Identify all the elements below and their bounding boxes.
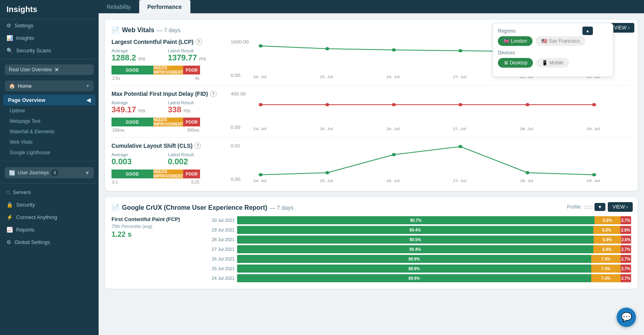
home-selector[interactable]: 🏠 Home ▼ [5, 81, 94, 91]
svg-point-5 [458, 49, 462, 52]
device-mobile[interactable]: 📱 Mobile [536, 58, 569, 68]
sidebar-sub-waterfall[interactable]: Waterfall & Elements [0, 126, 99, 137]
fid-help-icon[interactable]: ? [210, 91, 217, 97]
bar-row: 26 Jul 202189.9%7.4%2.7% [206, 255, 631, 263]
tab-reliability[interactable]: Reliability [99, 0, 139, 13]
sidebar: Insights ⚙ Settings 📊 Insights 🔍 Securit… [0, 0, 99, 335]
sidebar-item-security-scans[interactable]: 🔍 Security Scans [0, 44, 99, 57]
chat-button[interactable]: 💬 [617, 308, 636, 327]
svg-point-19 [458, 103, 462, 106]
cls-rating-bar: GOOD NEEDS IMPROVEMENT POOR [111, 170, 200, 178]
user-journeys-badge: 0 [51, 169, 58, 176]
region-london[interactable]: 🇬🇧 London [498, 36, 533, 46]
svg-text:28. Jul: 28. Jul [520, 179, 533, 183]
svg-point-34 [526, 171, 530, 174]
crux-title: 📄 Google CrUX (Chrome User Experience Re… [111, 204, 631, 211]
sidebar-item-global-settings[interactable]: ⚙ Global Settings [0, 236, 99, 248]
svg-text:400.00: 400.00 [231, 92, 246, 96]
svg-point-21 [592, 103, 596, 106]
tab-bar: Reliability Performance [99, 0, 644, 13]
svg-point-35 [592, 173, 596, 176]
sidebar-item-servers[interactable]: □ Servers [0, 186, 99, 199]
tab-performance[interactable]: Performance [139, 0, 190, 13]
sidebar-item-connect-anything[interactable]: ⚡ Connect Anything [0, 211, 99, 223]
settings-icon: ⚙ [6, 23, 11, 29]
cls-chart: 0.01 0.00 24. Jul 25. Jul 26. Jul 27. Ju… [231, 143, 631, 183]
sidebar-item-page-overview[interactable]: Page Overview ◀ [3, 95, 95, 105]
sidebar-sub-web-vitals[interactable]: Web Vitals [0, 137, 99, 147]
region-san-francisco[interactable]: 🇺🇸 San Francisco [536, 36, 585, 46]
insights-icon: 📊 [6, 35, 13, 41]
crux-dropdown-button[interactable]: ▼ [594, 203, 605, 211]
web-vitals-card: 📄 Web Vitals — 7 days ▲ Regions 🇬🇧 Londo… [105, 20, 638, 191]
svg-point-3 [325, 47, 329, 50]
svg-text:0.00: 0.00 [231, 73, 240, 78]
svg-text:28. Jul: 28. Jul [520, 127, 533, 131]
crux-document-icon: 📄 [111, 204, 120, 211]
fid-label: Max Potential First Input Delay (FID) [111, 91, 208, 97]
crux-fcp-info: First Contentful Paint (FCP) 75th Percen… [111, 216, 200, 282]
region-pills: 🇬🇧 London 🇺🇸 San Francisco [498, 36, 608, 46]
global-settings-icon: ⚙ [6, 239, 11, 245]
real-user-overview-badge[interactable]: Real User Overview ✕ [5, 64, 94, 75]
crux-profile-icons: □ □ [584, 204, 592, 210]
sidebar-item-insights[interactable]: 📊 Insights [0, 32, 99, 44]
metric-cls: Cumulative Layout Shift (CLS) ? Average … [111, 143, 631, 184]
crux-view-button[interactable]: VIEW › [608, 202, 633, 212]
crux-card: 📄 Google CrUX (Chrome User Experience Re… [105, 197, 638, 289]
svg-point-16 [259, 103, 263, 106]
document-icon: 📄 [111, 26, 120, 34]
svg-text:26. Jul: 26. Jul [386, 179, 400, 183]
fid-rating-bar: GOOD NEEDS IMPROVEMENT POOR [111, 118, 200, 126]
cls-good: GOOD [111, 170, 153, 178]
chat-icon: 💬 [621, 312, 632, 323]
fid-good: GOOD [111, 118, 153, 126]
servers-icon: □ [6, 189, 10, 195]
sidebar-title: Insights [0, 0, 99, 19]
dropdown-collapse-button[interactable]: ▲ [582, 27, 593, 35]
cls-poor: POOR [183, 170, 200, 178]
lcp-rating-bar: GOOD NEEDS IMPROVEMENT POOR [111, 66, 200, 74]
bar-row: 25 Jul 202189.9%7.4%2.7% [206, 265, 631, 273]
main-content: Reliability Performance 📄 Web Vitals — 7… [99, 0, 644, 335]
svg-text:0.00: 0.00 [231, 177, 240, 182]
svg-text:27. Jul: 27. Jul [453, 127, 466, 131]
device-desktop[interactable]: 🖥 Desktop [498, 58, 533, 68]
fid-chart: 400.00 0.00 24. Jul 25. Jul 26. Jul 27. … [231, 91, 631, 131]
bar-row: 28 Jul 202190.5%6.9%2.6% [206, 236, 631, 244]
svg-text:27. Jul: 27. Jul [453, 75, 466, 79]
svg-text:25. Jul: 25. Jul [320, 127, 333, 131]
fid-needs: NEEDS IMPROVEMENT [153, 118, 183, 126]
sidebar-sub-uptime[interactable]: Uptime [0, 105, 99, 116]
crux-content: First Contentful Paint (FCP) 75th Percen… [111, 216, 631, 282]
svg-point-17 [325, 103, 329, 106]
cls-help-icon[interactable]: ? [194, 143, 201, 149]
device-pills: 🖥 Desktop 📱 Mobile [498, 58, 608, 68]
svg-point-31 [325, 171, 329, 174]
lcp-help-icon[interactable]: ? [196, 39, 202, 45]
svg-text:0.00: 0.00 [231, 125, 240, 130]
fid-line-chart: 400.00 0.00 24. Jul 25. Jul 26. Jul 27. … [231, 91, 631, 131]
home-chevron-icon: ▼ [86, 84, 90, 88]
svg-text:24. Jul: 24. Jul [253, 127, 266, 131]
svg-text:24. Jul: 24. Jul [253, 179, 266, 183]
user-journeys-item[interactable]: 🔄 User Journeys 0 ▼ [5, 167, 94, 178]
content-area: 📄 Web Vitals — 7 days ▲ Regions 🇬🇧 Londo… [99, 13, 644, 335]
sidebar-sub-google-lighthouse[interactable]: Google Lighthouse [0, 147, 99, 158]
user-journeys-icon: 🔄 [9, 170, 15, 176]
svg-text:29. Jul: 29. Jul [586, 127, 600, 131]
cls-line-chart: 0.01 0.00 24. Jul 25. Jul 26. Jul 27. Ju… [231, 143, 631, 183]
svg-text:26. Jul: 26. Jul [386, 127, 400, 131]
security-scans-icon: 🔍 [6, 48, 13, 54]
lcp-needs: NEEDS IMPROVEMENT [153, 66, 183, 74]
sidebar-item-reports[interactable]: 📈 Reports [0, 223, 99, 236]
sidebar-item-security[interactable]: 🔒 Security [0, 199, 99, 211]
svg-text:29. Jul: 29. Jul [586, 179, 600, 183]
home-icon: 🏠 [9, 83, 15, 89]
sidebar-item-settings[interactable]: ⚙ Settings [0, 19, 99, 32]
close-icon: ✕ [54, 66, 59, 73]
sidebar-sub-webpage-test[interactable]: Webpage Test [0, 116, 99, 126]
svg-text:26. Jul: 26. Jul [386, 75, 400, 79]
crux-bar-chart: 30 Jul 202190.7%6.6%2.7%29 Jul 202190.4%… [206, 216, 631, 282]
page-overview-chevron-icon: ◀ [87, 97, 91, 103]
